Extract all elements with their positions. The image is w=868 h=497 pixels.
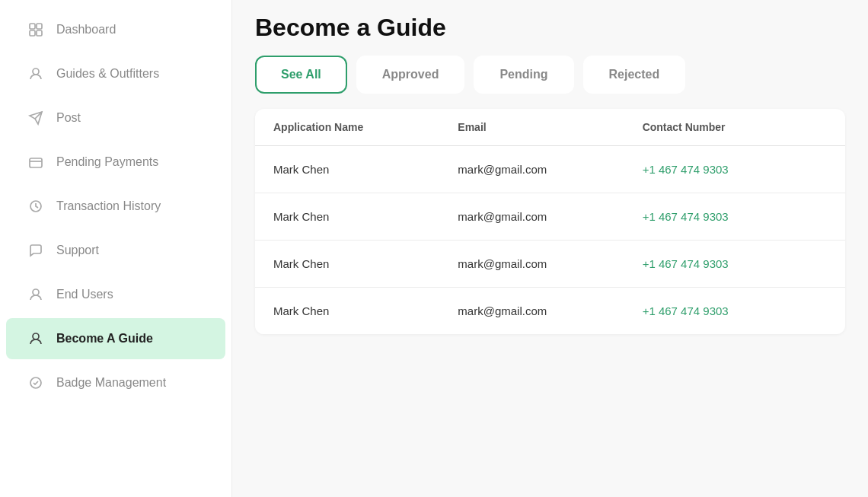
sidebar-label-become-guide: Become A Guide <box>56 332 153 346</box>
cell-email-3: mark@gmail.com <box>458 304 642 317</box>
table-row[interactable]: Mark Chen mark@gmail.com +1 467 474 9303 <box>255 288 845 334</box>
cell-name-2: Mark Chen <box>273 257 458 270</box>
column-header-name: Application Name <box>273 121 458 133</box>
badge-icon <box>27 374 44 391</box>
sidebar-item-transaction-history[interactable]: Transaction History <box>6 186 225 227</box>
sidebar-item-badge-management[interactable]: Badge Management <box>6 362 225 403</box>
card-icon <box>27 154 44 170</box>
person-icon-become-guide <box>27 330 44 347</box>
cell-contact-1: +1 467 474 9303 <box>643 210 827 223</box>
cell-email-2: mark@gmail.com <box>458 257 642 270</box>
sidebar-label-support: Support <box>56 244 99 257</box>
svg-point-4 <box>33 68 39 75</box>
sidebar-label-pending-payments: Pending Payments <box>56 155 158 169</box>
table-row[interactable]: Mark Chen mark@gmail.com +1 467 474 9303 <box>255 146 845 193</box>
cell-contact-2: +1 467 474 9303 <box>643 257 827 270</box>
tab-bar: See All Approved Pending Rejected <box>255 56 845 94</box>
applications-table: Application Name Email Contact Number Ma… <box>255 109 845 334</box>
chat-icon <box>27 242 44 259</box>
page-title: Become a Guide <box>255 14 845 42</box>
send-icon <box>27 110 44 126</box>
cell-name-3: Mark Chen <box>273 304 458 317</box>
cell-email-1: mark@gmail.com <box>458 210 642 223</box>
tab-pending[interactable]: Pending <box>474 56 573 94</box>
main-content: Become a Guide See All Approved Pending … <box>232 0 868 497</box>
sidebar-item-guides[interactable]: Guides & Outfitters <box>6 53 225 94</box>
svg-point-10 <box>33 289 39 295</box>
sidebar-item-support[interactable]: Support <box>6 230 225 271</box>
svg-point-11 <box>33 333 39 339</box>
table-row[interactable]: Mark Chen mark@gmail.com +1 467 474 9303 <box>255 193 845 241</box>
tab-see-all[interactable]: See All <box>255 56 347 94</box>
sidebar-label-end-users: End Users <box>56 288 113 301</box>
svg-rect-1 <box>37 24 42 29</box>
column-header-contact: Contact Number <box>643 121 827 133</box>
sidebar-item-dashboard[interactable]: Dashboard <box>6 9 225 50</box>
cell-contact-0: +1 467 474 9303 <box>643 163 827 176</box>
column-header-email: Email <box>458 121 642 133</box>
sidebar: Dashboard Guides & Outfitters Post <box>0 0 232 497</box>
sidebar-item-become-guide[interactable]: Become A Guide <box>6 318 225 359</box>
grid-icon <box>27 21 44 38</box>
clock-icon <box>27 198 44 215</box>
sidebar-label-badge-management: Badge Management <box>56 376 166 390</box>
cell-email-0: mark@gmail.com <box>458 163 642 176</box>
svg-rect-3 <box>37 30 42 36</box>
svg-rect-7 <box>30 158 42 167</box>
person-icon-end-users <box>27 286 44 303</box>
sidebar-label-post: Post <box>56 111 81 125</box>
sidebar-label-guides: Guides & Outfitters <box>56 67 159 81</box>
svg-rect-2 <box>30 30 35 36</box>
cell-contact-3: +1 467 474 9303 <box>643 304 827 317</box>
table-row[interactable]: Mark Chen mark@gmail.com +1 467 474 9303 <box>255 241 845 288</box>
tab-rejected[interactable]: Rejected <box>583 56 686 94</box>
cell-name-1: Mark Chen <box>273 210 458 223</box>
sidebar-item-post[interactable]: Post <box>6 97 225 139</box>
table-header: Application Name Email Contact Number <box>255 109 845 146</box>
svg-rect-0 <box>30 24 35 29</box>
sidebar-label-transaction-history: Transaction History <box>56 199 161 213</box>
sidebar-label-dashboard: Dashboard <box>56 23 116 37</box>
sidebar-item-end-users[interactable]: End Users <box>6 274 225 315</box>
person-icon-guides <box>27 65 44 82</box>
cell-name-0: Mark Chen <box>273 163 458 176</box>
tab-approved[interactable]: Approved <box>356 56 465 94</box>
sidebar-item-pending-payments[interactable]: Pending Payments <box>6 142 225 183</box>
